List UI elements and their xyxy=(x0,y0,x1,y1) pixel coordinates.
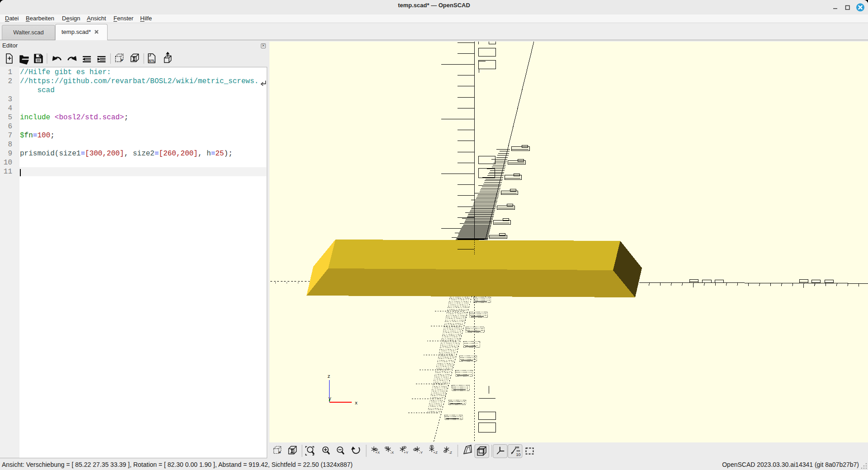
svg-text:-X: -X xyxy=(390,451,394,455)
svg-text:+X: +X xyxy=(375,451,380,455)
svg-text:»: » xyxy=(278,450,281,455)
svg-text:»: » xyxy=(121,57,123,62)
svg-text:y: y xyxy=(328,396,331,401)
svg-text:-Z: -Z xyxy=(448,451,452,455)
svg-text:-Y: -Y xyxy=(419,451,423,455)
svg-text:x: x xyxy=(355,400,358,406)
svg-text:10: 10 xyxy=(516,452,520,457)
svg-text:STL: STL xyxy=(149,59,156,63)
svg-text:+Z: +Z xyxy=(433,451,438,455)
svg-text:z: z xyxy=(327,374,330,379)
svg-text:+Y: +Y xyxy=(404,451,409,455)
